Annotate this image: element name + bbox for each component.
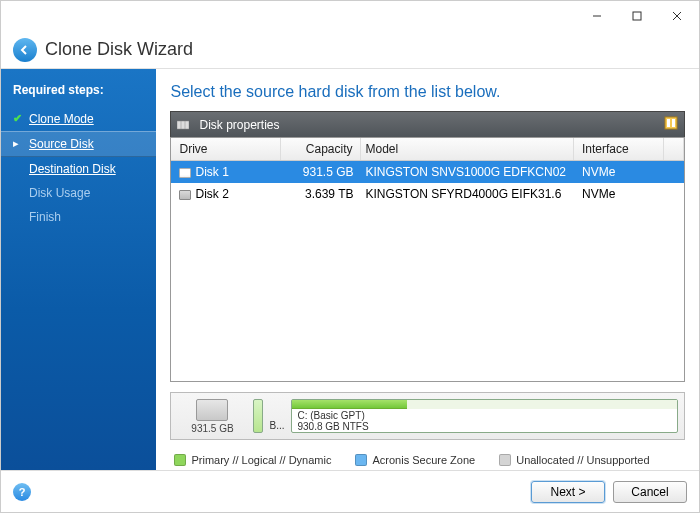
column-chooser-icon [664,116,678,130]
close-button[interactable] [657,2,697,30]
col-model[interactable]: Model [361,138,574,160]
column-chooser-button[interactable] [664,116,678,133]
step-list: Clone Mode Source Disk Destination Disk … [1,107,156,229]
svg-rect-1 [633,12,641,20]
col-capacity[interactable]: Capacity [281,138,361,160]
table-row[interactable]: Disk 2 3.639 TB KINGSTON SFYRD4000G EIFK… [171,183,684,205]
wizard-window: Clone Disk Wizard Required steps: Clone … [0,0,700,513]
step-finish: Finish [1,205,156,229]
window-header: Clone Disk Wizard [1,31,699,69]
footer: ? Next > Cancel [1,470,699,512]
cell-model: KINGSTON SFYRD4000G EIFK31.6 [361,183,574,205]
titlebar [1,1,699,31]
legend-unallocated: Unallocated // Unsupported [499,454,649,466]
cell-capacity: 3.639 TB [281,183,361,205]
disk-icon [179,190,191,200]
sidebar-heading: Required steps: [1,79,156,107]
window-title: Clone Disk Wizard [45,39,193,60]
layout-main-partition[interactable]: C: (Basic GPT) 930.8 GB NTFS [291,399,679,433]
step-label: Finish [29,210,61,224]
panel-header: Disk properties [170,111,685,137]
disk-table: Drive Capacity Model Interface Disk 1 93… [170,137,685,382]
svg-rect-8 [667,119,670,127]
columns-icon [177,119,189,131]
disk-properties-section: Disk properties Drive Capacity Model Int… [170,111,685,382]
col-interface[interactable]: Interface [574,138,664,160]
step-source-disk[interactable]: Source Disk [1,131,156,157]
svg-rect-9 [672,119,675,127]
hard-disk-icon [196,399,228,421]
cell-interface: NVMe [574,161,664,183]
step-label: Disk Usage [29,186,90,200]
cell-capacity: 931.5 GB [281,161,361,183]
legend-primary: Primary // Logical // Dynamic [174,454,331,466]
swatch-grey-icon [499,454,511,466]
disk-icon [179,168,191,178]
help-button[interactable]: ? [13,483,31,501]
layout-disk-size: 931.5 GB [191,423,233,434]
main-panel: Select the source hard disk from the lis… [156,69,699,470]
usage-bar-icon [292,400,408,409]
table-body: Disk 1 931.5 GB KINGSTON SNVS1000G EDFKC… [171,161,684,381]
cancel-button[interactable]: Cancel [613,481,687,503]
cell-drive: Disk 1 [195,165,228,179]
cell-model: KINGSTON SNVS1000G EDFKCN02 [361,161,574,183]
svg-rect-4 [177,121,189,129]
swatch-blue-icon [355,454,367,466]
page-title: Select the source hard disk from the lis… [170,83,685,101]
step-label: Source Disk [29,137,94,151]
cell-interface: NVMe [574,183,664,205]
maximize-button[interactable] [617,2,657,30]
help-icon: ? [19,486,26,498]
layout-small-partition[interactable] [253,399,263,433]
maximize-icon [632,11,642,21]
table-header: Drive Capacity Model Interface [171,138,684,161]
col-end [664,138,684,160]
close-icon [672,11,682,21]
layout-disk-block: 931.5 GB [177,399,247,434]
step-disk-usage: Disk Usage [1,181,156,205]
legend-securezone: Acronis Secure Zone [355,454,475,466]
swatch-green-icon [174,454,186,466]
step-clone-mode[interactable]: Clone Mode [1,107,156,131]
step-label: Clone Mode [29,112,94,126]
panel-title: Disk properties [199,118,279,132]
partition-name: C: (Basic GPT) [298,410,672,421]
partition-size: 930.8 GB NTFS [298,421,672,432]
svg-rect-7 [665,117,677,129]
minimize-icon [592,11,602,21]
step-destination-disk[interactable]: Destination Disk [1,157,156,181]
col-drive[interactable]: Drive [171,138,281,160]
disk-layout-bar: 931.5 GB B... C: (Basic GPT) 930.8 GB NT… [170,392,685,440]
legend: Primary // Logical // Dynamic Acronis Se… [170,450,685,466]
sidebar: Required steps: Clone Mode Source Disk D… [1,69,156,470]
table-row[interactable]: Disk 1 931.5 GB KINGSTON SNVS1000G EDFKC… [171,161,684,183]
step-label: Destination Disk [29,162,116,176]
layout-small-label: B... [269,420,284,433]
next-button[interactable]: Next > [531,481,605,503]
back-arrow-icon [19,44,31,56]
cell-drive: Disk 2 [195,187,228,201]
back-button[interactable] [13,38,37,62]
minimize-button[interactable] [577,2,617,30]
